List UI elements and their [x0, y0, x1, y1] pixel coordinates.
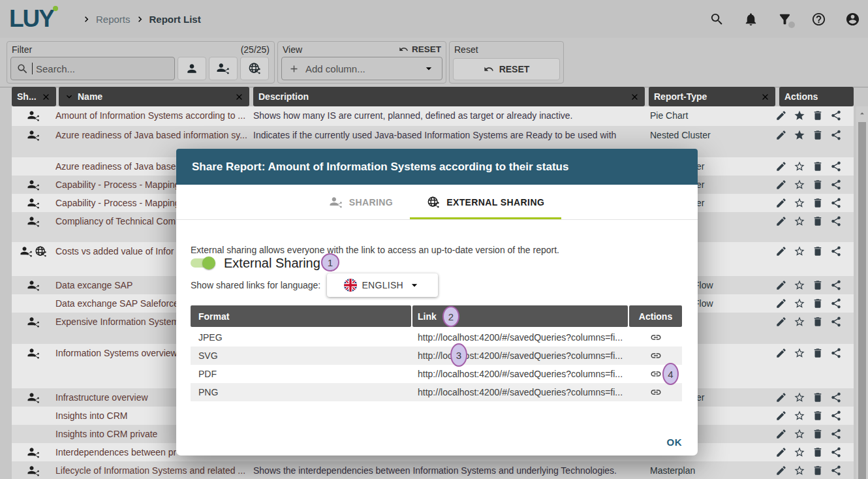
share-icon[interactable] [830, 465, 842, 476]
delete-icon[interactable] [812, 465, 824, 476]
share-icon[interactable] [830, 245, 842, 257]
column-header-description[interactable]: Description [253, 87, 645, 106]
edit-icon[interactable] [775, 161, 787, 172]
favorite-star-icon[interactable] [794, 110, 805, 121]
favorite-star-icon[interactable] [794, 465, 805, 476]
share-link-url[interactable]: http://localhost:4200/#/savedQueries?col… [412, 387, 629, 397]
edit-icon[interactable] [775, 316, 787, 328]
share-icon[interactable] [830, 316, 842, 328]
edit-icon[interactable] [775, 347, 787, 359]
share-icon[interactable] [830, 161, 842, 172]
column-header-report-type[interactable]: Report-Type [649, 87, 775, 106]
favorite-star-icon[interactable] [794, 410, 805, 422]
filter-icon[interactable] [777, 12, 792, 27]
copy-link-icon[interactable] [650, 350, 662, 362]
share-link-url[interactable]: http://localhost:4200/#/savedQueries?col… [412, 369, 629, 379]
favorite-star-icon[interactable] [794, 245, 805, 257]
search-icon[interactable] [709, 12, 724, 27]
edit-icon[interactable] [775, 446, 787, 458]
edit-icon[interactable] [775, 279, 787, 291]
add-column-dropdown[interactable]: Add column... [281, 57, 442, 80]
tab-external-sharing[interactable]: EXTERNAL SHARING [410, 185, 561, 219]
copy-link-icon[interactable] [650, 368, 662, 380]
help-icon[interactable] [811, 12, 826, 27]
edit-icon[interactable] [775, 410, 787, 422]
notifications-icon[interactable] [743, 12, 758, 27]
favorite-star-icon[interactable] [794, 197, 805, 209]
my-reports-filter-button[interactable] [178, 57, 206, 80]
delete-icon[interactable] [812, 316, 824, 328]
column-header-name[interactable]: Name [59, 87, 249, 106]
scrollbar-thumb[interactable] [858, 122, 866, 479]
edit-icon[interactable] [775, 110, 787, 121]
luy-logo[interactable]: LUY [9, 0, 57, 38]
share-icon[interactable] [830, 279, 842, 291]
delete-icon[interactable] [812, 392, 824, 403]
account-icon[interactable] [845, 12, 860, 27]
share-icon[interactable] [830, 215, 842, 227]
external-sharing-toggle[interactable] [191, 258, 214, 268]
ok-button[interactable]: OK [667, 437, 683, 448]
delete-icon[interactable] [812, 410, 824, 422]
scrollbar-up-icon[interactable] [856, 106, 868, 121]
favorite-star-icon[interactable] [794, 161, 805, 172]
delete-icon[interactable] [812, 110, 824, 121]
favorite-star-icon[interactable] [794, 446, 805, 458]
close-icon[interactable] [760, 92, 770, 102]
share-icon[interactable] [830, 129, 842, 141]
favorite-star-icon[interactable] [794, 215, 805, 227]
share-icon[interactable] [830, 110, 842, 121]
share-icon[interactable] [830, 410, 842, 422]
reset-button[interactable]: RESET [453, 58, 560, 80]
close-icon[interactable] [234, 92, 244, 102]
tab-sharing[interactable]: SHARING [313, 185, 410, 219]
share-icon[interactable] [830, 446, 842, 458]
share-icon[interactable] [830, 298, 842, 309]
edit-icon[interactable] [775, 179, 787, 191]
delete-icon[interactable] [812, 215, 824, 227]
view-reset-link[interactable]: RESET [399, 44, 441, 54]
delete-icon[interactable] [812, 279, 824, 291]
breadcrumb-reports[interactable]: Reports [96, 14, 131, 25]
delete-icon[interactable] [812, 179, 824, 191]
delete-icon[interactable] [812, 129, 824, 141]
edit-icon[interactable] [775, 215, 787, 227]
share-icon[interactable] [830, 197, 842, 209]
favorite-star-icon[interactable] [794, 316, 805, 328]
table-row[interactable]: Amount of Information Systems according … [12, 106, 854, 126]
share-link-url[interactable]: http://localhost:4200/#/savedQueries?col… [412, 332, 629, 343]
shared-reports-filter-button[interactable] [209, 57, 238, 80]
close-icon[interactable] [41, 92, 51, 102]
edit-icon[interactable] [775, 428, 787, 440]
share-icon[interactable] [830, 428, 842, 440]
edit-icon[interactable] [775, 465, 787, 476]
copy-link-icon[interactable] [650, 386, 662, 398]
column-header-shared[interactable]: Sh... [12, 87, 56, 106]
search-input[interactable]: Search... [10, 57, 175, 80]
favorite-star-icon[interactable] [794, 428, 805, 440]
share-icon[interactable] [830, 347, 842, 359]
table-scrollbar[interactable] [856, 106, 868, 479]
edit-icon[interactable] [775, 298, 787, 309]
delete-icon[interactable] [812, 446, 824, 458]
share-icon[interactable] [830, 179, 842, 191]
share-link-url[interactable]: http://localhost:4200/#/savedQueries?col… [412, 350, 629, 361]
favorite-star-icon[interactable] [794, 129, 805, 141]
delete-icon[interactable] [812, 428, 824, 440]
report-name-link[interactable]: Lifecycle of Information Systems and rel… [55, 461, 249, 479]
edit-icon[interactable] [775, 392, 787, 403]
favorite-star-icon[interactable] [794, 347, 805, 359]
close-icon[interactable] [630, 92, 640, 102]
delete-icon[interactable] [812, 197, 824, 209]
edit-icon[interactable] [775, 245, 787, 257]
external-shared-filter-button[interactable] [240, 57, 269, 80]
delete-icon[interactable] [812, 161, 824, 172]
favorite-star-icon[interactable] [794, 279, 805, 291]
share-icon[interactable] [830, 392, 842, 403]
delete-icon[interactable] [812, 347, 824, 359]
sort-chevron-down-icon[interactable] [64, 91, 74, 102]
copy-link-icon[interactable] [650, 332, 662, 343]
favorite-star-icon[interactable] [794, 179, 805, 191]
favorite-star-icon[interactable] [794, 298, 805, 309]
favorite-star-icon[interactable] [794, 392, 805, 403]
